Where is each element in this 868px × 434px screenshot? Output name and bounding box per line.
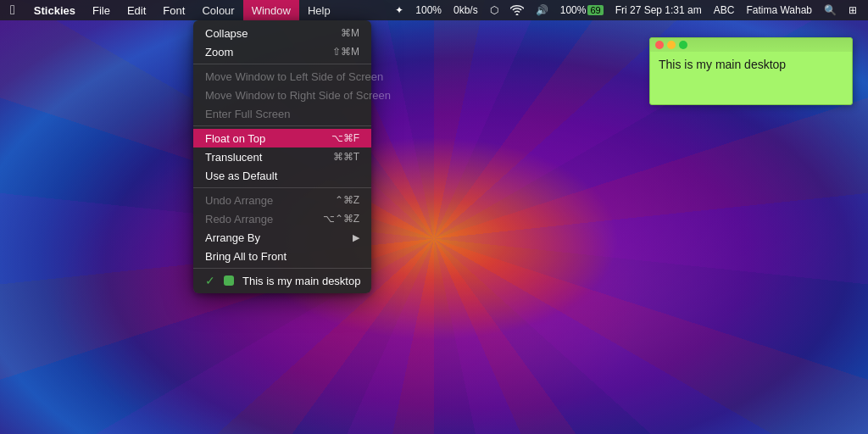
- menu-move-left-label: Move Window to Left Side of Screen: [205, 70, 383, 83]
- checkmark-icon: ✓: [205, 274, 215, 287]
- menu-colour[interactable]: Colour: [193, 0, 242, 20]
- menu-file[interactable]: File: [84, 0, 119, 20]
- menu-main-desktop-label: This is my main desktop: [242, 275, 360, 287]
- sticky-content: This is my main desktop: [659, 57, 843, 74]
- menu-float-on-top-label: Float on Top: [205, 132, 331, 145]
- battery-label: 69: [587, 5, 603, 15]
- menu-move-right: Move Window to Right Side of Screen: [193, 86, 371, 104]
- menubar-right: ✦ 100% 0kb/s ⬡ 🔊 100% 69 Fri 27 Sep 1:31…: [391, 0, 868, 20]
- menu-arrange-by[interactable]: Arrange By ▶: [193, 228, 371, 247]
- datetime: Fri 27 Sep 1:31 am: [611, 0, 706, 20]
- menubar:  Stickies File Edit Font Colour Window …: [0, 0, 868, 20]
- menu-zoom-shortcut: ⇧⌘M: [332, 46, 359, 58]
- user-name: Fatima Wahab: [742, 0, 816, 20]
- menu-font[interactable]: Font: [154, 0, 193, 20]
- sticky-titlebar: [650, 38, 852, 52]
- separator-4: [193, 268, 371, 269]
- menu-undo-arrange-shortcut: ⌃⌘Z: [335, 194, 359, 206]
- battery-indicator: 100% 69: [556, 0, 608, 20]
- menu-collapse-label: Collapse: [205, 27, 341, 40]
- close-button[interactable]: [655, 41, 664, 49]
- network-speed: 0kb/s: [449, 0, 482, 20]
- menu-undo-arrange-label: Undo Arrange: [205, 194, 335, 207]
- separator-1: [193, 64, 371, 64]
- menu-translucent-label: Translucent: [205, 151, 333, 164]
- menubar-left:  Stickies File Edit Font Colour Window …: [0, 0, 339, 20]
- menu-help[interactable]: Help: [299, 0, 339, 20]
- minimize-button[interactable]: [667, 41, 676, 49]
- menu-fullscreen-label: Enter Full Screen: [205, 108, 359, 120]
- separator-2: [193, 125, 371, 126]
- menu-main-desktop[interactable]: ✓ This is my main desktop: [193, 271, 371, 290]
- menu-use-as-default[interactable]: Use as Default: [193, 166, 371, 185]
- sticky-text: This is my main desktop: [659, 58, 786, 71]
- menu-undo-arrange: Undo Arrange ⌃⌘Z: [193, 191, 371, 209]
- maximize-button[interactable]: [679, 41, 687, 49]
- sticky-note[interactable]: This is my main desktop: [649, 37, 853, 105]
- app-name[interactable]: Stickies: [25, 0, 84, 20]
- brightness-percent: 100%: [411, 0, 446, 20]
- menu-redo-arrange-label: Redo Arrange: [205, 213, 323, 225]
- menu-move-right-label: Move Window to Right Side of Screen: [205, 89, 391, 102]
- separator-3: [193, 187, 371, 188]
- menu-zoom[interactable]: Zoom ⇧⌘M: [193, 42, 371, 61]
- battery-percent: 100%: [560, 4, 587, 16]
- menu-bring-all-front-label: Bring All to Front: [205, 250, 359, 263]
- menu-edit[interactable]: Edit: [119, 0, 154, 20]
- menu-collapse[interactable]: Collapse ⌘M: [193, 24, 371, 42]
- menu-translucent-shortcut: ⌘⌘T: [333, 151, 359, 163]
- menu-translucent[interactable]: Translucent ⌘⌘T: [193, 147, 371, 166]
- menu-redo-arrange-shortcut: ⌥⌃⌘Z: [323, 213, 359, 225]
- wifi-icon: [506, 0, 528, 20]
- apple-menu[interactable]: : [0, 0, 25, 20]
- menu-arrange-by-label: Arrange By: [205, 231, 353, 244]
- menu-window[interactable]: Window: [243, 0, 299, 20]
- menu-use-as-default-label: Use as Default: [205, 170, 359, 182]
- menu-redo-arrange: Redo Arrange ⌥⌃⌘Z: [193, 209, 371, 228]
- bluetooth-icon: ⬡: [486, 0, 503, 20]
- menu-move-left: Move Window to Left Side of Screen: [193, 67, 371, 86]
- menu-main-desktop-left: ✓ This is my main desktop: [205, 274, 360, 287]
- control-center-button[interactable]: ⊞: [844, 0, 861, 20]
- sticky-color-dot: [224, 275, 234, 286]
- menu-float-on-top-shortcut: ⌥⌘F: [331, 132, 359, 144]
- brightness-icon: ✦: [391, 0, 408, 20]
- menu-collapse-shortcut: ⌘M: [341, 27, 359, 39]
- submenu-arrow-icon: ▶: [353, 232, 359, 243]
- window-menu-dropdown: Collapse ⌘M Zoom ⇧⌘M Move Window to Left…: [193, 20, 371, 293]
- menu-zoom-label: Zoom: [205, 46, 332, 58]
- search-button[interactable]: 🔍: [820, 0, 841, 20]
- menu-fullscreen: Enter Full Screen: [193, 104, 371, 123]
- menu-float-on-top[interactable]: Float on Top ⌥⌘F: [193, 129, 371, 147]
- menu-bring-all-front[interactable]: Bring All to Front: [193, 247, 371, 265]
- speaker-icon: 🔊: [531, 0, 553, 20]
- keyboard-layout: ABC: [709, 0, 739, 20]
